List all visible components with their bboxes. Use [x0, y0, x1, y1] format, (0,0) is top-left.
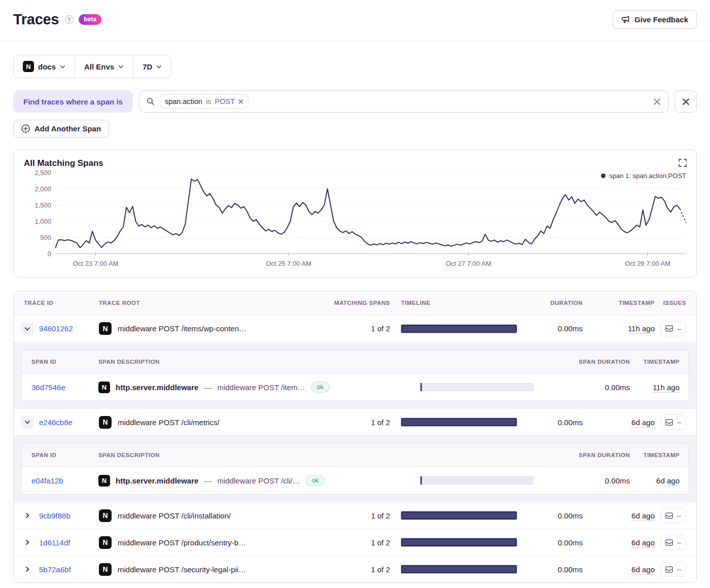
col-span-description: SPAN DESCRIPTION [98, 359, 413, 365]
issues-count-empty: – [677, 418, 681, 426]
timeline-bar [401, 538, 517, 546]
chart-title: All Matching Spans [24, 158, 686, 168]
nextjs-icon: N [99, 322, 112, 335]
duration: 0.00ms [528, 418, 583, 427]
add-span-label: Add Another Span [34, 124, 101, 133]
date-range-filter-label: 7D [143, 62, 152, 71]
chevron-right-icon [24, 539, 30, 545]
collapse-row-button[interactable] [21, 416, 34, 429]
page-title: Traces [13, 11, 59, 28]
traces-table: TRACE ID TRACE ROOT MATCHING SPANS TIMEL… [13, 291, 697, 583]
y-tick-label: 0 [48, 250, 51, 258]
table-row: 94601262 N middleware POST /items/wp-con… [14, 315, 696, 342]
span-row: 36d7546e N http.server.middleware — midd… [21, 373, 689, 401]
span-id-link[interactable]: 36d7546e [31, 383, 65, 392]
chevron-right-icon [24, 566, 30, 572]
timeline-bar [401, 511, 517, 520]
trace-root: middleware POST /items/wp-conten… [118, 324, 246, 333]
duration: 0.00ms [528, 511, 583, 520]
span-id-link[interactable]: e04fa12b [31, 476, 63, 485]
expand-row-button[interactable] [21, 536, 34, 549]
matching-spans: 1 of 2 [330, 565, 390, 574]
nextjs-icon: N [99, 536, 112, 549]
find-traces-label: Find traces where a span is [13, 90, 133, 113]
issues-button[interactable]: – [660, 508, 686, 523]
table-row: e246cb8e N middleware POST /cli/metrics/… [14, 408, 696, 435]
span-search-input[interactable]: span.action is POST [139, 90, 668, 113]
span-description: middleware POST /item… [217, 383, 305, 392]
nextjs-icon: N [98, 382, 110, 393]
span-op: http.server.middleware [116, 476, 198, 485]
add-another-span-button[interactable]: Add Another Span [13, 120, 109, 137]
token-value: POST [215, 97, 235, 106]
x-tick-label: Oct 27 7:00 AM [446, 260, 491, 267]
timeline-bar [401, 565, 517, 573]
issues-count-empty: – [677, 565, 681, 573]
collapse-row-button[interactable] [21, 322, 34, 335]
issues-inbox-icon [665, 512, 673, 519]
search-icon [147, 97, 155, 106]
help-icon[interactable]: ? [65, 15, 74, 24]
feedback-label: Give Feedback [634, 15, 688, 24]
project-filter-label: docs [38, 62, 56, 71]
duration: 0.00ms [528, 324, 583, 333]
issues-inbox-icon [665, 419, 673, 426]
expanded-spans-section: SPAN ID SPAN DESCRIPTION SPAN DURATION T… [14, 342, 696, 408]
y-tick-label: 1,500 [34, 201, 51, 209]
trace-id-link[interactable]: 94601262 [39, 324, 73, 333]
spans-table-header: SPAN ID SPAN DESCRIPTION SPAN DURATION T… [21, 350, 689, 373]
trace-id-link[interactable]: e246cb8e [39, 418, 73, 427]
environment-filter[interactable]: All Envs [75, 55, 133, 78]
trace-root: middleware POST /cli/metrics/ [118, 418, 220, 427]
span-query-row: Find traces where a span is span.action … [13, 90, 697, 113]
issues-button[interactable]: – [660, 535, 686, 550]
spans-line-chart [55, 172, 686, 259]
chevron-right-icon [24, 512, 30, 518]
give-feedback-button[interactable]: Give Feedback [613, 10, 697, 29]
chevron-down-icon [156, 64, 162, 70]
matching-spans: 1 of 2 [330, 538, 390, 547]
col-span-duration: SPAN DURATION [546, 452, 630, 458]
fullscreen-icon[interactable] [678, 158, 687, 167]
project-filter[interactable]: N docs [14, 55, 75, 78]
col-timeline: TIMELINE [390, 300, 528, 306]
issues-button[interactable]: – [660, 562, 686, 577]
token-operator: is [206, 97, 211, 106]
environment-filter-label: All Envs [84, 62, 114, 71]
col-span-duration: SPAN DURATION [546, 359, 630, 365]
timestamp: 6d ago [631, 511, 655, 521]
expand-row-button[interactable] [21, 563, 34, 576]
timestamp: 11h ago [628, 324, 655, 334]
y-tick-label: 2,000 [34, 185, 51, 193]
separator: — [204, 476, 211, 485]
table-row: 1d6114df N middleware POST /product/sent… [14, 529, 696, 556]
timestamp: 6d ago [631, 418, 655, 428]
filter-token[interactable]: span.action is POST [160, 94, 248, 109]
issues-inbox-icon [665, 566, 673, 573]
col-span-id: SPAN ID [21, 359, 98, 365]
date-range-filter[interactable]: 7D [133, 55, 171, 78]
trace-id-link[interactable]: 1d6114df [39, 538, 70, 547]
nextjs-icon: N [98, 475, 110, 487]
remove-token-icon[interactable] [238, 99, 243, 104]
issues-count-empty: – [677, 511, 681, 520]
y-tick-label: 2,500 [34, 169, 51, 177]
issues-button[interactable]: – [660, 321, 686, 336]
chart-body: 05001,0001,5002,0002,500 Oct 23 7:00 AMO… [24, 172, 686, 272]
span-timestamp: 6d ago [656, 476, 680, 486]
expand-row-button[interactable] [21, 509, 34, 522]
issues-inbox-icon [665, 325, 673, 332]
clear-search-button[interactable] [653, 98, 661, 106]
span-row: e04fa12b N http.server.middleware — midd… [21, 467, 689, 494]
col-span-description: SPAN DESCRIPTION [98, 452, 413, 458]
trace-id-link[interactable]: 9cb9f88b [39, 511, 70, 520]
remove-span-query-button[interactable] [674, 90, 697, 113]
timeline-bar [401, 418, 517, 426]
expanded-spans-section: SPAN ID SPAN DESCRIPTION SPAN DURATION T… [14, 435, 696, 502]
issues-button[interactable]: – [660, 414, 686, 430]
x-tick-label: Oct 29 7:00 AM [625, 260, 670, 267]
col-span-timestamp: TIMESTAMP [630, 359, 689, 365]
trace-id-link[interactable]: 5b72a6bf [39, 565, 71, 574]
matching-spans: 1 of 2 [330, 511, 390, 520]
close-icon [653, 98, 661, 106]
